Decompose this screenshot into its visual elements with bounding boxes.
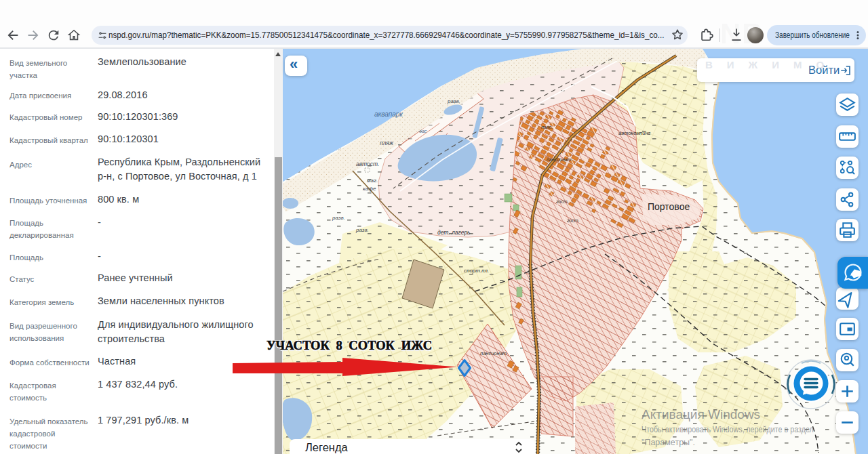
svg-text:автост.: автост. — [356, 161, 379, 167]
svg-text:пляж: пляж — [380, 140, 394, 146]
svg-text:разв.: разв. — [355, 227, 369, 233]
svg-text:дет. лагерь: дет. лагерь — [437, 229, 471, 236]
svg-text:гост.: гост. — [556, 199, 569, 204]
svg-text:маг.: маг. — [367, 178, 378, 184]
svg-text:панс.: панс. — [541, 125, 553, 129]
svg-text:гост.: гост. — [567, 218, 580, 223]
svg-text:аквапарк: аквапарк — [374, 110, 403, 118]
svg-text:разв.: разв. — [332, 215, 345, 221]
svg-text:пансионат: пансионат — [547, 157, 572, 162]
svg-text:кафе: кафе — [363, 186, 376, 192]
svg-text:автокемпинг: автокемпинг — [618, 130, 651, 136]
svg-text:пансионат: пансионат — [480, 350, 507, 356]
svg-text:спорт.пл.: спорт.пл. — [464, 268, 489, 274]
svg-text:разв.: разв. — [447, 98, 460, 104]
svg-text:Портовое: Портовое — [648, 201, 690, 212]
